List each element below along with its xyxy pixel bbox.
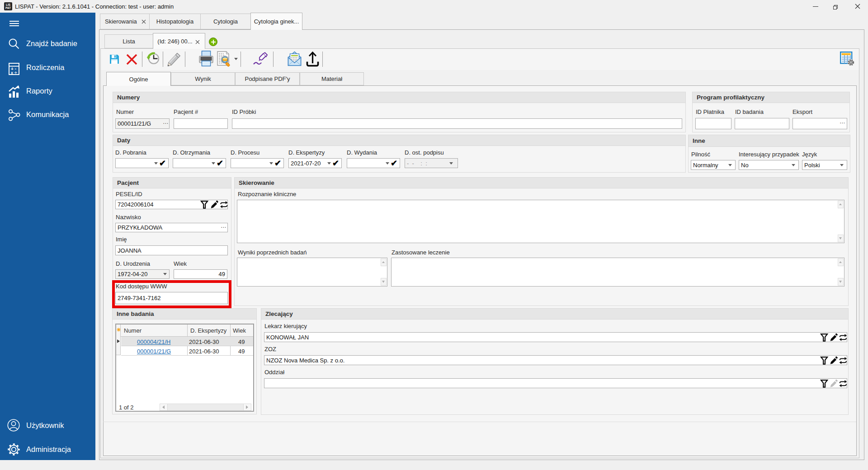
svg-text:x: x bbox=[11, 70, 13, 75]
svg-text:÷: ÷ bbox=[14, 70, 17, 75]
